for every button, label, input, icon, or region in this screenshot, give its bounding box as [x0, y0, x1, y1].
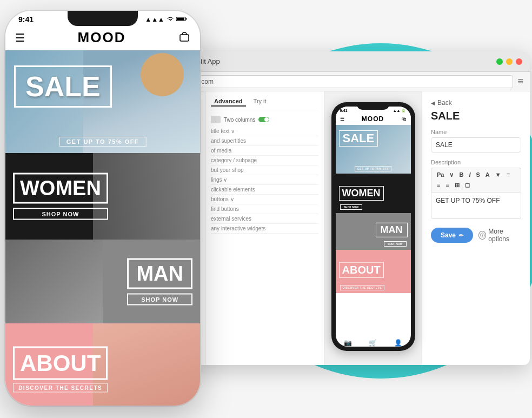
description-toolbar: Pa ∨ B I S A ▼ ≡ ≡ ≡ ⊞ ◻ [431, 168, 521, 192]
hamburger-icon[interactable]: ☰ [15, 31, 25, 44]
tab-try-it[interactable]: Try it [250, 97, 270, 107]
sidebar-item-row[interactable]: of media [211, 146, 318, 156]
app-logo: MOOD [78, 29, 126, 46]
description-content[interactable]: GET UP TO 75% OFF [431, 192, 521, 219]
two-columns-label: Two columns [224, 117, 255, 123]
mini-man-label: MAN [376, 223, 408, 237]
sale-subtitle: GET UP TO 75% OFF [59, 137, 147, 147]
mini-camera-icon: 📷 [344, 339, 352, 347]
phone-preview-wrap: 9:41 ▲▲ 🔋 ☰ MOOD 🛍 [324, 91, 422, 365]
phone-content: SALE GET UP TO 75% OFF WOMEN SHOP NOW MA… [5, 50, 200, 406]
status-time: 9:41 [18, 15, 34, 24]
name-field-label: Name [431, 129, 521, 135]
save-button[interactable]: Save ✏ [431, 228, 473, 243]
more-options-button[interactable]: ⓘ More options [478, 228, 521, 243]
man-section: MAN SHOP NOW [5, 240, 200, 323]
mini-cart-icon: 🛒 [369, 339, 377, 347]
para-dropdown-arrow[interactable]: ∨ [447, 170, 456, 180]
about-photo [93, 323, 200, 406]
font-color-arrow[interactable]: ▼ [493, 170, 503, 180]
mini-sale-word: SALE [343, 131, 375, 145]
align-right-button[interactable]: ≡ [443, 181, 451, 190]
close-button[interactable] [516, 58, 522, 65]
tab-advanced[interactable]: Advanced [211, 97, 246, 107]
bag-icon[interactable] [178, 30, 190, 45]
para-dropdown[interactable]: Pa [435, 170, 446, 180]
font-color-button[interactable]: A [483, 170, 492, 180]
name-input[interactable] [431, 137, 521, 152]
women-photo [93, 153, 200, 240]
sidebar-item-row[interactable]: any interactive widgets [211, 224, 318, 234]
sidebar-item-row[interactable]: external services [211, 214, 318, 224]
back-button[interactable]: ◀ Back [431, 99, 521, 107]
sale-word: SALE [25, 72, 101, 101]
edit-panel: ◀ Back SALE Name Description Pa ∨ B I S … [422, 91, 530, 365]
model-face [141, 53, 184, 96]
browser-menu-icon[interactable]: ≡ [517, 76, 523, 87]
about-text-area: ABOUT DISCOVER THE SECRETS [13, 347, 108, 393]
sidebar-item-row[interactable]: and supertitles [211, 136, 318, 146]
strikethrough-button[interactable]: S [474, 170, 482, 180]
sidebar-item-row[interactable]: clickable elements [211, 185, 318, 195]
browser-titlebar: Zappter - Edit App [151, 51, 530, 72]
mini-sale-box: SALE [339, 130, 378, 147]
phone-shell: 9:41 ▲▲▲ ☰ MOOD [5, 11, 200, 406]
women-section: WOMEN SHOP NOW [5, 153, 200, 240]
mini-hamburger: ☰ [340, 116, 344, 122]
women-text-area: WOMEN SHOP NOW [13, 173, 108, 220]
bold-button[interactable]: B [457, 170, 466, 180]
mini-header: ☰ MOOD 🛍 [336, 114, 411, 125]
about-subtitle: DISCOVER THE SECRETS [13, 383, 108, 393]
phone-notch [68, 11, 138, 26]
sale-section: SALE GET UP TO 75% OFF [5, 50, 200, 153]
svg-rect-2 [186, 18, 187, 20]
back-label: Back [437, 99, 452, 107]
man-shop-button[interactable]: SHOP NOW [127, 293, 192, 305]
browser-window: Zappter - Edit App www.zappter.com ≡ tit… [151, 51, 530, 365]
two-columns-indicator: Two columns [211, 116, 318, 123]
edit-footer: Save ✏ ⓘ More options [431, 228, 521, 243]
women-photo-inner [93, 153, 200, 240]
sale-text-box: SALE [14, 65, 112, 108]
more-options-label: More options [488, 228, 521, 243]
sidebar-item-row[interactable]: category / subpage [211, 156, 318, 165]
mini-bag: 🛍 [402, 116, 407, 122]
mini-user-icon: 👤 [394, 339, 402, 347]
phone-mini-inner: 9:41 ▲▲ 🔋 ☰ MOOD 🛍 [336, 107, 411, 347]
sidebar-item-row[interactable]: but your shop [211, 165, 318, 175]
align-left-button[interactable]: ≡ [504, 170, 512, 180]
sidebar-item-row[interactable]: find buttons [211, 204, 318, 214]
minimize-button[interactable] [506, 58, 513, 65]
maximize-button[interactable] [496, 58, 503, 65]
italic-button[interactable]: I [467, 170, 473, 180]
man-label: MAN [127, 258, 192, 289]
sidebar-item-row[interactable]: title text ∨ [211, 127, 318, 136]
mini-man-section: MAN SHOP NOW [336, 213, 411, 250]
sidebar-item-row[interactable]: lings ∨ [211, 175, 318, 185]
more-options-circle: ⓘ [478, 231, 486, 240]
browser-main: Advanced Try it Two columns title text ∨… [205, 91, 530, 365]
browser-toolbar: www.zappter.com ≡ [151, 72, 530, 91]
column-box [211, 116, 221, 123]
toggle-switch[interactable] [258, 117, 269, 122]
women-label: WOMEN [13, 173, 108, 204]
align-center-button[interactable]: ≡ [435, 181, 442, 190]
about-label: ABOUT [13, 347, 108, 380]
sidebar-item-row[interactable]: buttons ∨ [211, 195, 318, 204]
middle-tabs: Advanced Try it [211, 97, 318, 110]
mini-battery: ▲▲ 🔋 [393, 109, 407, 113]
save-label: Save [441, 231, 456, 239]
mini-women-label: WOMEN [339, 186, 384, 201]
mini-sale-sub: GET UP TO 75% OFF [355, 166, 391, 171]
mini-women-shop: SHOP NOW [340, 204, 363, 210]
man-photo [5, 240, 103, 323]
wifi-icon [167, 16, 174, 23]
url-bar[interactable]: www.zappter.com [158, 75, 513, 88]
code-button[interactable]: ◻ [463, 181, 472, 190]
app-header: ☰ MOOD [5, 26, 200, 50]
table-button[interactable]: ⊞ [453, 181, 462, 190]
women-shop-button[interactable]: SHOP NOW [13, 208, 108, 220]
mini-man-shop: SHOP NOW [384, 241, 407, 247]
browser-middle-panel: Advanced Try it Two columns title text ∨… [205, 91, 324, 365]
mini-women-section: WOMEN SHOP NOW [336, 174, 411, 213]
